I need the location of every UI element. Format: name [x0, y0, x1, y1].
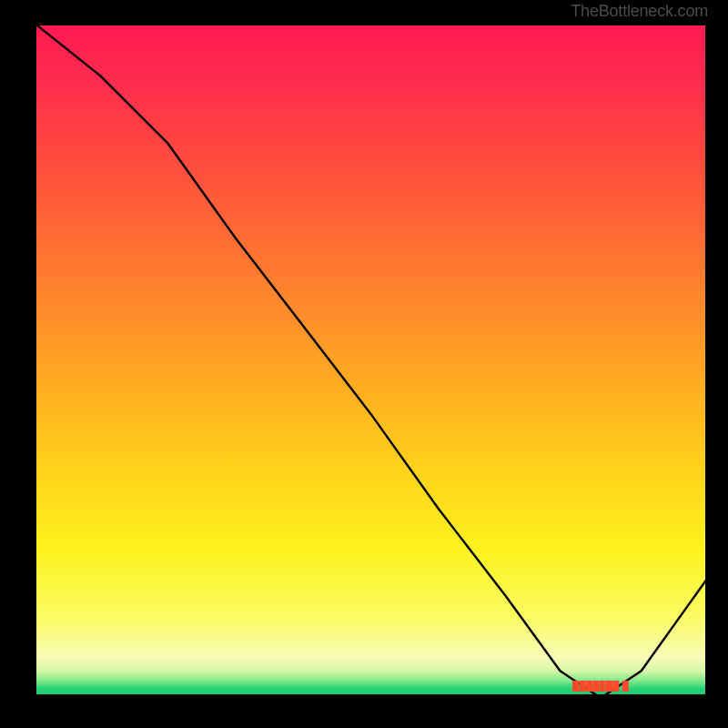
chart-root: TheBottleneck.com ███████ █: [0, 0, 728, 728]
curve-layer: [33, 22, 709, 698]
bottleneck-curve: [33, 22, 709, 698]
attribution-text: TheBottleneck.com: [571, 2, 708, 21]
optimal-marker: ███████ █: [572, 681, 629, 691]
plot-area: ███████ █: [33, 22, 709, 698]
